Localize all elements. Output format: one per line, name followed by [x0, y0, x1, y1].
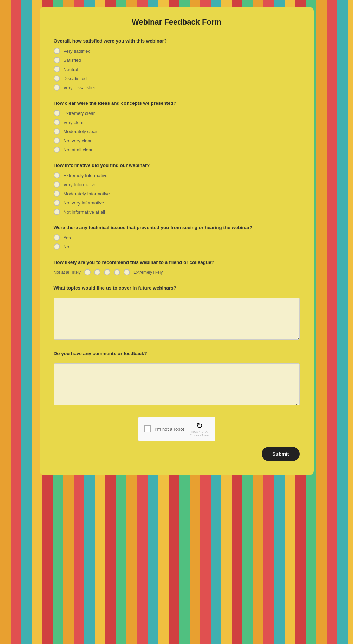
radio-label: Moderately clear [64, 129, 97, 134]
likelihood-row: Not at all likely Extremely likely [54, 269, 300, 275]
radio-label: Very satisfied [64, 48, 91, 54]
radio-label: Extremely clear [64, 111, 95, 116]
form-title: Webinar Feedback Form [54, 18, 300, 32]
recaptcha-icon: ↻ [196, 421, 203, 430]
comments-textarea[interactable] [54, 363, 300, 405]
radio-label: Neutral [64, 67, 78, 72]
q2-label: How clear were the ideas and concepts we… [54, 100, 300, 106]
submit-row: Submit [54, 447, 300, 461]
likelihood-right-label: Extremely likely [133, 270, 163, 275]
radio-very-informative[interactable]: Very Informative [54, 181, 300, 188]
likelihood-radios [84, 269, 130, 275]
captcha-text: I'm not a robot [155, 427, 186, 432]
radio-input[interactable] [54, 147, 60, 153]
radio-input[interactable] [54, 57, 60, 63]
radio-label: Not very informative [64, 200, 104, 206]
captcha-logo: ↻ reCAPTCHA Privacy - Terms [190, 421, 209, 437]
radio-label: Extremely Informative [64, 173, 108, 178]
q4-label: Were there any technical issues that pre… [54, 225, 300, 230]
radio-input[interactable] [54, 128, 60, 135]
likelihood-radio-1[interactable] [84, 269, 91, 275]
likelihood-radio-4[interactable] [114, 269, 120, 275]
textarea1-label: What topics would like us to cover in fu… [54, 285, 300, 291]
radio-label: Dissatisfied [64, 76, 87, 81]
radio-very-clear[interactable]: Very clear [54, 119, 300, 125]
radio-yes[interactable]: Yes [54, 234, 300, 241]
radio-input[interactable] [54, 75, 60, 82]
radio-label: Not informative at all [64, 209, 105, 215]
q3-label: How informative did you find our webinar… [54, 163, 300, 168]
radio-neutral[interactable]: Neutral [54, 66, 300, 72]
radio-extremely-clear[interactable]: Extremely clear [54, 110, 300, 116]
question-clarity: How clear were the ideas and concepts we… [54, 100, 300, 153]
radio-label: Not very clear [64, 138, 92, 143]
radio-dissatisfied[interactable]: Dissatisfied [54, 75, 300, 82]
radio-label: Yes [64, 235, 71, 240]
radio-satisfied[interactable]: Satisfied [54, 57, 300, 63]
textarea2-label: Do you have any comments or feedback? [54, 351, 300, 356]
likelihood-label: How likely are you to recommend this web… [54, 260, 300, 265]
captcha-sub: Privacy - Terms [190, 434, 209, 437]
radio-moderately-clear[interactable]: Moderately clear [54, 128, 300, 135]
radio-no[interactable]: No [54, 243, 300, 250]
radio-input[interactable] [54, 84, 60, 91]
question-comments: Do you have any comments or feedback? [54, 351, 300, 407]
radio-input[interactable] [54, 200, 60, 206]
radio-label: Very clear [64, 120, 84, 125]
radio-very-satisfied[interactable]: Very satisfied [54, 48, 300, 54]
radio-label: Very dissatisfied [64, 85, 97, 90]
question-informative: How informative did you find our webinar… [54, 163, 300, 215]
radio-input[interactable] [54, 234, 60, 241]
radio-not-very-informative[interactable]: Not very informative [54, 200, 300, 206]
likelihood-radio-5[interactable] [124, 269, 130, 275]
likelihood-left-label: Not at all likely [54, 270, 81, 275]
radio-not-informative-at-all[interactable]: Not informative at all [54, 209, 300, 215]
radio-label: No [64, 244, 70, 249]
captcha-brand: reCAPTCHA [191, 430, 207, 434]
radio-label: Satisfied [64, 58, 81, 63]
radio-input[interactable] [54, 110, 60, 116]
likelihood-radio-2[interactable] [94, 269, 100, 275]
captcha-box[interactable]: I'm not a robot ↻ reCAPTCHA Privacy - Te… [138, 417, 215, 441]
radio-not-very-clear[interactable]: Not very clear [54, 137, 300, 144]
radio-input[interactable] [54, 243, 60, 250]
radio-not-at-all-clear[interactable]: Not at all clear [54, 147, 300, 153]
radio-label: Not at all clear [64, 147, 93, 152]
radio-input[interactable] [54, 137, 60, 144]
radio-label: Very Informative [64, 182, 97, 187]
question-likelihood: How likely are you to recommend this web… [54, 260, 300, 275]
radio-input[interactable] [54, 181, 60, 188]
question-satisfaction: Overall, how satisfied were you with thi… [54, 38, 300, 91]
radio-input[interactable] [54, 172, 60, 178]
radio-input[interactable] [54, 119, 60, 125]
topics-textarea[interactable] [54, 298, 300, 340]
radio-input[interactable] [54, 209, 60, 215]
radio-extremely-informative[interactable]: Extremely Informative [54, 172, 300, 178]
submit-button[interactable]: Submit [262, 447, 299, 461]
radio-input[interactable] [54, 66, 60, 72]
form-container: Webinar Feedback Form Overall, how satis… [40, 7, 314, 475]
captcha-container: I'm not a robot ↻ reCAPTCHA Privacy - Te… [54, 417, 300, 441]
radio-moderately-informative[interactable]: Moderately Informative [54, 190, 300, 197]
radio-label: Moderately Informative [64, 191, 110, 196]
likelihood-radio-3[interactable] [104, 269, 110, 275]
question-topics: What topics would like us to cover in fu… [54, 285, 300, 341]
captcha-checkbox[interactable] [144, 425, 151, 432]
q1-label: Overall, how satisfied were you with thi… [54, 38, 300, 44]
radio-very-dissatisfied[interactable]: Very dissatisfied [54, 84, 300, 91]
question-technical: Were there any technical issues that pre… [54, 225, 300, 250]
radio-input[interactable] [54, 190, 60, 197]
radio-input[interactable] [54, 48, 60, 54]
